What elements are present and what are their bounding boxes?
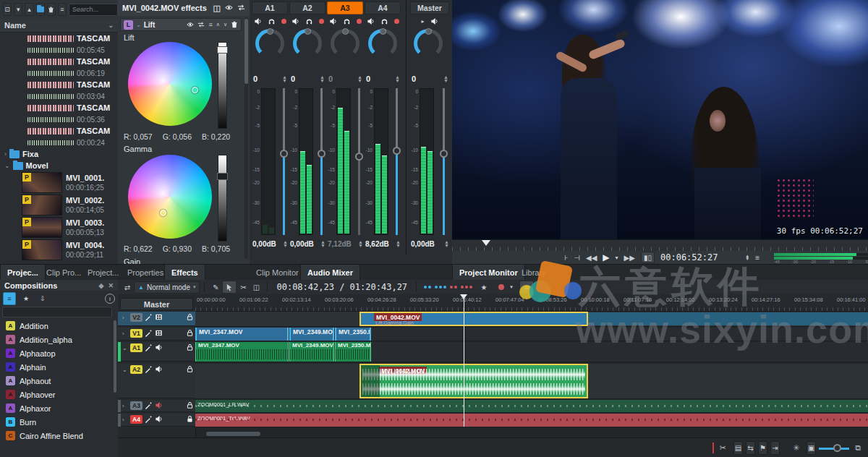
volume-slider[interactable] (393, 88, 400, 235)
search-input[interactable] (69, 4, 118, 16)
eye-icon[interactable] (225, 4, 233, 12)
gamma-blue-value[interactable]: B: 0,705 (202, 244, 230, 253)
balance-knob[interactable] (414, 29, 443, 58)
clip-v2-continuation[interactable] (588, 312, 868, 325)
balance-value[interactable]: 0 (412, 74, 416, 83)
timeline-zoom-slider[interactable] (825, 443, 849, 453)
effects-wand-icon[interactable] (145, 401, 153, 409)
fit-zoom-icon[interactable]: ✳ (793, 443, 799, 453)
bin-video-item[interactable]: P MVI_0003.00:00:05;13 (0, 216, 118, 239)
composition-item[interactable]: A Addition_alpha (0, 333, 118, 346)
chevron-right-icon[interactable]: › (122, 417, 128, 423)
chevron-right-icon[interactable]: › (122, 403, 128, 409)
lift-slider-handle[interactable] (217, 46, 228, 54)
swap-icon[interactable] (237, 4, 245, 12)
bin-audio-item[interactable]: TASCAM (0, 125, 118, 137)
track-header-v1[interactable]: › V1 (118, 328, 195, 341)
mute-icon[interactable] (292, 17, 299, 25)
chevron-down-icon[interactable]: ⌄ (122, 367, 128, 373)
effect-row-lift[interactable]: L ⌄ Lift ≡ ∧ ∨ (120, 18, 242, 31)
balance-value[interactable]: 0 (328, 74, 333, 83)
mixer-tab-a2[interactable]: A2 (289, 1, 326, 14)
compositions-scrollbar[interactable] (114, 320, 116, 393)
clip-v1-mvi2349[interactable]: MVI_2349.MOV (289, 328, 334, 341)
mute-icon[interactable] (155, 343, 163, 351)
bin-audio-item-duration-row[interactable]: 00:05:45 (0, 44, 118, 56)
solo-icon[interactable] (268, 17, 276, 25)
solo-icon[interactable] (305, 17, 313, 25)
lift-color-wheel[interactable] (128, 42, 212, 126)
volume-slider[interactable] (440, 88, 447, 235)
chevron-right-icon[interactable]: › (122, 315, 128, 321)
tab-project-2[interactable]: Project... (81, 265, 125, 281)
razor-status-icon[interactable]: ✂ (720, 443, 726, 453)
balance-knob[interactable] (331, 29, 359, 58)
clip-a1-mvi2349[interactable]: MVI_2349.MOV (289, 342, 334, 362)
tab-effects[interactable]: Effects (164, 265, 205, 281)
tab-properties[interactable]: Properties (121, 265, 170, 281)
clip-v2-mvi0042[interactable]: MVI_0042.MOV Lift,Gamma,Gain (359, 312, 588, 326)
composition-item[interactable]: A Alphaxor (0, 401, 118, 415)
bin-audio-item[interactable]: TASCAM (0, 102, 118, 114)
collapse-icon[interactable]: ▸ (421, 18, 424, 25)
mute-icon[interactable] (155, 415, 163, 423)
track-header-a1[interactable]: ⌄ A1 (118, 342, 195, 362)
video-frame[interactable]: 30 fps 00:06:52;27 (452, 0, 868, 239)
timeline-tracks-area[interactable]: 00:00:00:0000:01:06:2200:02:13:1400:03:2… (195, 294, 868, 437)
bin-audio-item-duration-row[interactable]: 00:06:19 (0, 67, 118, 79)
show-markers-icon[interactable]: ⚑ (758, 441, 767, 455)
lock-icon[interactable] (186, 401, 194, 409)
gain-db-value[interactable]: 7,12dB (328, 240, 352, 248)
clip-a1-mvi2350[interactable]: MVI_2350.MO (335, 342, 371, 362)
balance-value[interactable]: 0 (253, 74, 258, 83)
compare-icon[interactable]: ◫ (213, 4, 221, 13)
composition-item[interactable]: A Addition (0, 319, 118, 333)
hide-track-icon[interactable] (155, 329, 163, 337)
create-folder-button[interactable] (36, 3, 45, 16)
gain-db-value[interactable]: 0,00dB (290, 240, 314, 248)
play-button[interactable]: ▶ (603, 252, 609, 262)
spinner-icon[interactable]: ▲▼ (358, 240, 363, 247)
track-badge[interactable]: V1 (130, 329, 142, 338)
chevron-down-icon[interactable]: ⌄ (122, 345, 128, 351)
bin-video-item[interactable]: P MVI_0002.00:00:14;05 (0, 194, 118, 216)
timeline-ruler[interactable]: 00:00:00:0000:01:06:2200:02:13:1400:03:2… (195, 294, 868, 312)
menu-icon[interactable]: ≡ (208, 21, 212, 28)
mute-icon[interactable] (367, 17, 375, 25)
spinner-icon[interactable]: ▲▼ (396, 240, 401, 247)
track-badge[interactable]: A3 (130, 401, 142, 410)
bin-audio-item[interactable]: TASCAM (0, 79, 118, 90)
monitor-seek-ruler[interactable] (452, 239, 868, 252)
zone-mode-button[interactable]: ▮▯ (641, 252, 655, 263)
track-badge[interactable]: A2 (130, 365, 142, 374)
composition-item[interactable]: A Alphain (0, 360, 118, 374)
spacer-tool-icon[interactable]: ◫ (250, 281, 263, 293)
mixer-tab-a1[interactable]: A1 (252, 1, 288, 14)
spinner-icon[interactable]: ▲▼ (283, 240, 288, 247)
chevron-down-icon[interactable]: ⌄ (136, 22, 141, 28)
solo-icon[interactable] (380, 17, 388, 25)
gamma-color-wheel[interactable] (128, 155, 212, 239)
track-badge[interactable]: V2 (130, 313, 142, 322)
effects-wand-icon[interactable] (145, 365, 153, 373)
track-badge[interactable]: A1 (130, 343, 142, 352)
swap-icon[interactable] (197, 21, 205, 28)
lift-red-value[interactable]: R: 0,057 (124, 132, 153, 141)
tab-audio-mixer[interactable]: Audio Mixer (300, 265, 360, 281)
balance-value[interactable]: 0 (366, 74, 370, 83)
info-icon[interactable]: i (105, 294, 115, 304)
record-icon[interactable] (281, 19, 286, 24)
record-icon[interactable] (394, 19, 399, 24)
mixed-streams-icon[interactable]: ⇆ (746, 441, 755, 455)
lift-value-slider[interactable] (218, 42, 227, 129)
timeline-menu-icon[interactable]: ⇄ (121, 281, 134, 293)
mixer-tab-a3[interactable]: A3 (327, 1, 363, 14)
spinner-icon[interactable]: ▲▼ (320, 75, 325, 82)
lift-green-value[interactable]: G: 0,056 (163, 132, 192, 141)
mute-icon[interactable] (329, 17, 337, 25)
effects-wand-icon[interactable] (145, 343, 153, 351)
lock-icon[interactable] (186, 329, 194, 337)
record-icon[interactable] (357, 19, 362, 24)
gamma-green-value[interactable]: G: 0,930 (163, 244, 192, 253)
track-badge[interactable]: A4 (130, 415, 142, 424)
